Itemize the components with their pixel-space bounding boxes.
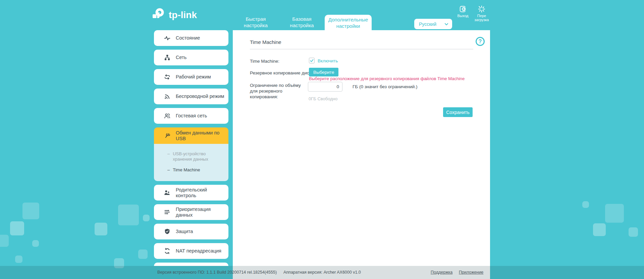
footer-bar: Версия встроенного ПО: 1.1.1 Build 20200… xyxy=(0,266,644,279)
sidebar-item-parental-controls[interactable]: Родительский контроль xyxy=(154,185,228,201)
sidebar-item-guest-network[interactable]: Гостевая сеть xyxy=(154,108,228,124)
sidebar: Состояние Сеть Рабочий режим xyxy=(154,30,228,266)
sidebar-item-label: Рабочий режим xyxy=(176,74,212,80)
decor-square xyxy=(15,256,22,263)
decor-square xyxy=(582,201,589,208)
sidebar-item-status[interactable]: Состояние xyxy=(154,30,228,46)
decor-square xyxy=(629,227,638,237)
tab-advanced-settings[interactable]: Дополнительные настройки xyxy=(325,15,372,30)
sidebar-item-network[interactable]: Сеть xyxy=(154,50,228,65)
decor-square xyxy=(10,221,24,235)
circular-arrows-icon xyxy=(164,248,170,254)
decor-square xyxy=(605,204,624,223)
disk-error-message: Выберите расположение для резервного коп… xyxy=(309,76,465,81)
tab-basic-settings[interactable]: Базовая настройка xyxy=(280,16,324,29)
decor-square xyxy=(593,223,606,236)
language-selected-value: Русский xyxy=(419,21,444,27)
enable-checkbox-label[interactable]: Включить xyxy=(318,58,338,63)
hardware-version: Аппаратная версия: Archer AX6000 v1.0 xyxy=(283,266,361,279)
chevron-down-icon xyxy=(444,22,449,26)
reboot-icon xyxy=(478,5,485,13)
decor-square xyxy=(32,240,39,247)
decor-square xyxy=(95,223,107,235)
sidebar-item-label: Состояние xyxy=(176,35,201,41)
tp-link-logo: tp-link xyxy=(150,7,197,23)
priority-lines-icon xyxy=(164,209,170,215)
content-panel: Time Machine ? Time Machine: Включить Ре… xyxy=(233,30,490,279)
logout-label: Выход xyxy=(455,14,470,18)
sidebar-item-label: Сеть xyxy=(176,55,187,60)
submenu-item-usb-storage[interactable]: – USB-устройство хранения данных xyxy=(154,151,228,162)
submenu-item-label: USB-устройство хранения данных xyxy=(173,151,221,162)
save-button[interactable]: Сохранить xyxy=(443,107,473,117)
parental-icon xyxy=(164,189,170,196)
tab-quick-setup[interactable]: Быстрая настройка xyxy=(231,16,280,29)
sidebar-item-label: NAT переадресация xyxy=(176,248,222,254)
tab-label: Базовая xyxy=(280,16,324,22)
sidebar-item-label: Приоритезация данных xyxy=(176,207,228,218)
enable-checkbox[interactable] xyxy=(309,58,315,63)
sidebar-item-label: Гостевая сеть xyxy=(176,113,208,119)
decor-square xyxy=(143,215,150,221)
usb-submenu: – USB-устройство хранения данных – Time … xyxy=(154,144,228,181)
reboot-label: загрузка xyxy=(473,18,490,22)
cycle-arrows-icon xyxy=(164,74,170,80)
support-link[interactable]: Поддержка xyxy=(431,266,452,279)
free-space-note: 0ГБ Свободно xyxy=(309,96,337,101)
submenu-item-label: Time Machine xyxy=(173,167,200,173)
pulse-icon xyxy=(164,35,170,41)
tab-label: Быстрая xyxy=(231,16,280,22)
tab-label: настройка xyxy=(280,22,324,29)
submenu-dash: – xyxy=(167,151,170,162)
sidebar-item-usb-sharing[interactable]: Обмен данными по USB xyxy=(154,127,228,144)
sidebar-item-security[interactable]: Защита xyxy=(154,224,228,239)
sidebar-item-label: Беспроводной режим xyxy=(176,94,225,99)
usb-icon xyxy=(164,132,170,139)
firmware-version: Версия встроенного ПО: 1.1.1 Build 20200… xyxy=(157,266,277,279)
tab-label: Дополнительные xyxy=(325,16,372,23)
logo-text: tp-link xyxy=(169,10,197,20)
wifi-icon xyxy=(164,93,170,100)
sidebar-item-operation-mode[interactable]: Рабочий режим xyxy=(154,69,228,85)
quota-suffix: ГБ (0 значит без ограничений.) xyxy=(353,84,418,89)
page-title: Time Machine xyxy=(250,39,281,45)
app-link[interactable]: Приложение xyxy=(459,266,483,279)
sidebar-item-label: Обмен данными по USB xyxy=(176,130,228,142)
help-icon[interactable]: ? xyxy=(476,37,485,46)
title-divider xyxy=(250,49,473,49)
decor-square xyxy=(22,203,39,219)
decor-square xyxy=(138,249,148,259)
decor-square xyxy=(0,235,9,247)
submenu-dash: – xyxy=(167,167,170,173)
logout-icon xyxy=(459,5,467,13)
reboot-button[interactable]: Пере загрузка xyxy=(473,5,490,22)
language-dropdown[interactable]: Русский xyxy=(414,19,452,29)
sidebar-item-qos[interactable]: Приоритезация данных xyxy=(154,204,228,220)
sidebar-item-wireless[interactable]: Беспроводной режим xyxy=(154,89,228,104)
submenu-item-time-machine[interactable]: – Time Machine xyxy=(154,167,228,173)
reboot-label: Пере xyxy=(473,14,490,18)
quota-input[interactable] xyxy=(308,82,342,92)
sidebar-item-label: Защита xyxy=(176,229,194,234)
people-outline-icon xyxy=(164,113,170,119)
logout-button[interactable]: Выход xyxy=(455,5,470,18)
tab-label: настройка xyxy=(231,22,280,29)
network-icon xyxy=(164,54,170,61)
disk-row-label: Резервное копирование диска: xyxy=(250,70,315,76)
enable-row-label: Time Machine: xyxy=(250,58,279,64)
sidebar-item-nat-forwarding[interactable]: NAT переадресация xyxy=(154,243,228,259)
shield-check-icon xyxy=(164,228,170,235)
quota-row-label: Ограничение по объёму для резервного коп… xyxy=(250,82,310,100)
sidebar-item-label: Родительский контроль xyxy=(176,187,228,199)
checkmark-icon xyxy=(310,58,314,63)
tab-label: настройки xyxy=(325,23,372,29)
browse-disk-button[interactable]: Выберите xyxy=(309,68,338,76)
sidebar-item-partial[interactable] xyxy=(154,263,228,266)
tp-link-logo-icon xyxy=(150,7,166,23)
decor-square xyxy=(118,205,139,225)
